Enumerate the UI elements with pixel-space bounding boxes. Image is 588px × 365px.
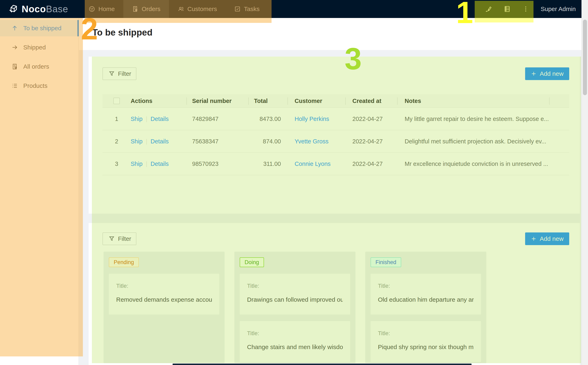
more-options-ellipsis-icon[interactable] bbox=[522, 6, 529, 13]
list-icon bbox=[11, 83, 18, 89]
column-header-customer: Customer bbox=[288, 94, 346, 107]
nocobase-logo[interactable]: NocoBase bbox=[0, 3, 80, 14]
orders-table-card: Filter Add new Actions Serial number Tot… bbox=[89, 56, 580, 214]
kanban-card[interactable]: Title: Old education him departure any a… bbox=[371, 274, 481, 315]
smile-icon bbox=[89, 6, 95, 12]
card-field-value: Removed demands expense account i... bbox=[116, 296, 212, 303]
cell-total: 874.00 bbox=[249, 130, 288, 152]
customer-link[interactable]: Yvette Gross bbox=[295, 138, 329, 145]
sidebar-item-label: All orders bbox=[23, 63, 49, 70]
filter-button-label: Filter bbox=[118, 70, 131, 77]
kanban-column-pending: Pending Title: Removed demands expense a… bbox=[104, 252, 225, 363]
sidebar-item-shipped[interactable]: Shipped bbox=[0, 39, 78, 56]
nav-tab-tasks[interactable]: Tasks bbox=[226, 0, 268, 18]
action-divider: | bbox=[146, 138, 147, 145]
arrow-up-icon bbox=[11, 25, 18, 31]
card-field-value: Piqued shy spring nor six though mut... bbox=[378, 344, 474, 351]
cell-total: 311.00 bbox=[249, 153, 288, 175]
ship-link[interactable]: Ship bbox=[131, 116, 143, 122]
logo-text-noco: Noco bbox=[22, 4, 46, 14]
card-field-label: Title: bbox=[378, 283, 474, 289]
sidebar-item-products[interactable]: Products bbox=[0, 78, 78, 94]
column-header-total: Total bbox=[249, 94, 288, 107]
ship-link[interactable]: Ship bbox=[131, 161, 143, 167]
column-header-actions: Actions bbox=[131, 94, 187, 107]
sidebar-item-all-orders[interactable]: All orders bbox=[0, 58, 78, 75]
vertical-scrollbar[interactable] bbox=[581, 0, 588, 365]
cell-created-at: 2022-04-27 bbox=[346, 108, 398, 130]
table-row: 2 Ship | Details 75638347 874.00 Yvette … bbox=[103, 130, 569, 153]
column-header-created-at: Created at bbox=[346, 94, 398, 107]
ship-link[interactable]: Ship bbox=[131, 138, 143, 145]
column-header-serial-number: Serial number bbox=[187, 94, 249, 107]
kanban-card[interactable]: Title: Removed demands expense account i… bbox=[109, 274, 219, 315]
add-new-button-label: Add new bbox=[540, 235, 564, 242]
logo-cube-icon bbox=[8, 3, 19, 14]
collections-database-icon[interactable] bbox=[504, 5, 511, 13]
card-field-label: Title: bbox=[378, 330, 474, 337]
nav-tab-home[interactable]: Home bbox=[80, 0, 123, 18]
customer-link[interactable]: Connie Lyons bbox=[295, 161, 331, 167]
sidebar-item-label: Shipped bbox=[23, 44, 46, 51]
orders-filter-button[interactable]: Filter bbox=[103, 67, 136, 80]
details-link[interactable]: Details bbox=[151, 116, 169, 122]
filter-button-label: Filter bbox=[118, 236, 131, 242]
top-navbar: NocoBase Home Orders bbox=[0, 0, 588, 18]
kanban-column-doing: Doing Title: Drawings can followed impro… bbox=[234, 252, 355, 363]
plus-icon bbox=[531, 236, 537, 242]
plus-icon bbox=[531, 71, 537, 77]
nav-tab-label: Customers bbox=[187, 6, 217, 13]
file-done-icon bbox=[132, 6, 138, 12]
nav-actions: Super Admin bbox=[485, 0, 576, 18]
kanban-card[interactable]: Title: Change stairs and men likely wisd… bbox=[240, 321, 350, 362]
nav-tab-customers[interactable]: Customers bbox=[169, 0, 226, 18]
cell-notes: Mr excellence inquietude conviction is i… bbox=[398, 153, 550, 175]
row-actions: Ship | Details bbox=[131, 153, 187, 175]
tasks-kanban-card: Filter Add new Pending Title: Removed de… bbox=[89, 223, 580, 365]
nav-tab-label: Orders bbox=[142, 6, 160, 13]
orders-table: Actions Serial number Total Customer Cre… bbox=[103, 94, 569, 175]
vertical-scrollbar-thumb[interactable] bbox=[583, 20, 587, 95]
ui-editor-highlighter-icon[interactable] bbox=[485, 5, 492, 13]
card-field-value: Change stairs and men likely wisdom ... bbox=[247, 344, 343, 351]
tasks-filter-button[interactable]: Filter bbox=[103, 232, 136, 245]
horizontal-scrollbar-thumb[interactable] bbox=[173, 364, 472, 365]
user-menu[interactable]: Super Admin bbox=[541, 6, 576, 13]
status-badge-finished: Finished bbox=[371, 257, 401, 267]
tasks-add-new-button[interactable]: Add new bbox=[525, 232, 569, 245]
cell-total: 8473.00 bbox=[249, 108, 288, 130]
nav-tab-orders[interactable]: Orders bbox=[123, 0, 169, 18]
status-badge-doing: Doing bbox=[240, 257, 264, 267]
customer-link[interactable]: Holly Perkins bbox=[295, 116, 329, 122]
cell-notes: My little garret repair to desire he est… bbox=[398, 108, 550, 130]
card-field-label: Title: bbox=[247, 283, 343, 289]
cell-created-at: 2022-04-27 bbox=[346, 130, 398, 152]
card-field-label: Title: bbox=[247, 330, 343, 337]
filter-funnel-icon bbox=[109, 236, 115, 242]
row-actions: Ship | Details bbox=[131, 108, 187, 130]
team-icon bbox=[178, 6, 184, 12]
filter-funnel-icon bbox=[109, 71, 115, 77]
select-all-checkbox[interactable] bbox=[113, 98, 120, 104]
column-header-notes: Notes bbox=[398, 94, 550, 107]
card-field-label: Title: bbox=[116, 283, 212, 289]
details-link[interactable]: Details bbox=[151, 161, 169, 167]
orders-add-new-button[interactable]: Add new bbox=[525, 67, 569, 80]
kanban-card[interactable]: Title: Drawings can followed improved ou… bbox=[240, 274, 350, 315]
row-index: 2 bbox=[103, 130, 131, 152]
check-square-icon bbox=[234, 6, 241, 12]
nav-tabs: Home Orders Customers bbox=[80, 0, 268, 18]
details-link[interactable]: Details bbox=[151, 138, 169, 145]
row-index: 3 bbox=[103, 153, 131, 175]
sidebar-item-to-be-shipped[interactable]: To be shipped bbox=[0, 20, 78, 36]
action-divider: | bbox=[146, 161, 147, 167]
card-field-value: Old education him departure any arra... bbox=[378, 296, 474, 303]
sidebar-item-label: Products bbox=[23, 82, 47, 89]
cell-created-at: 2022-04-27 bbox=[346, 153, 398, 175]
nav-tab-label: Home bbox=[98, 6, 115, 13]
card-field-value: Drawings can followed improved out ... bbox=[247, 296, 343, 303]
kanban-card[interactable]: Title: Piqued shy spring nor six though … bbox=[371, 321, 481, 362]
row-actions: Ship | Details bbox=[131, 130, 187, 152]
action-divider: | bbox=[146, 116, 147, 122]
app-window: NocoBase Home Orders bbox=[0, 0, 588, 365]
